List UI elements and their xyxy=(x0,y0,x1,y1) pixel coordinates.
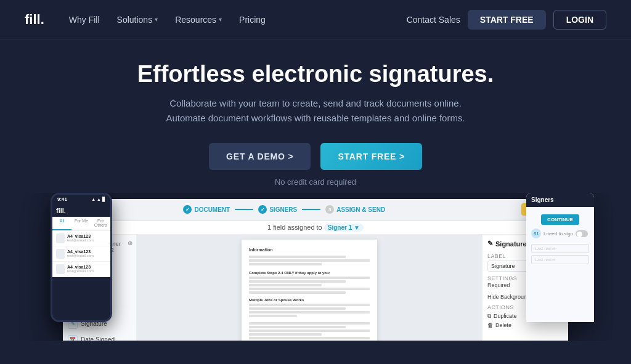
phone-app-header: fill. xyxy=(52,204,110,217)
hero-subtitle: Collaborate with your team to create, se… xyxy=(166,96,465,126)
nav-why-fill[interactable]: Why Fill xyxy=(69,15,100,25)
phone-tab-all[interactable]: All xyxy=(52,217,71,230)
nav-solutions[interactable]: Solutions ▾ xyxy=(117,15,158,25)
last-name-input-2[interactable]: Last name xyxy=(531,255,589,264)
phone-file-list: A4_visa123 test@email.com A4_visa123 tes… xyxy=(52,231,110,277)
doc-section-2: Multiple Jobs or Spouse Works xyxy=(249,297,370,302)
no-credit-card-text: No credit card required xyxy=(275,177,356,187)
doc-line xyxy=(249,330,370,332)
delete-action[interactable]: 🗑 Delete xyxy=(487,322,563,328)
doc-line xyxy=(249,333,322,336)
settings-title: ✎ Signature xyxy=(487,240,527,248)
doc-line xyxy=(249,326,346,328)
phone-list-item[interactable]: A4_visa123 test@email.com xyxy=(52,231,110,246)
signature-icon: ✎ xyxy=(487,240,493,248)
logo[interactable]: fill. xyxy=(25,12,44,28)
nav-pricing[interactable]: Pricing xyxy=(239,15,266,25)
step-document: ✓ DOCUMENT xyxy=(178,205,235,214)
browser-content: Signer 1 ▼ Signer 2 ⊕ Fields N Name @ Em… xyxy=(63,235,568,341)
doc-title: Information xyxy=(249,247,370,253)
document-area: Information Complete Steps 2-4 ONLY if t… xyxy=(137,235,482,341)
doc-line xyxy=(249,288,370,290)
chevron-down-icon: ▾ xyxy=(219,16,222,23)
signer-avatar: S1 xyxy=(531,229,541,238)
browser-steps: ✓ DOCUMENT ✓ SIGNERS 3 ASSIGN & SEND xyxy=(178,205,390,214)
hero-section: Effortless electronic signatures. Collab… xyxy=(0,39,631,187)
required-label: Required xyxy=(487,282,510,288)
continue-button[interactable]: CONTINUE xyxy=(541,214,579,225)
phone-file-info: A4_visa123 test@email.com xyxy=(67,249,107,257)
step-check-icon: ✓ xyxy=(258,205,267,214)
signer-row: S1 I need to sign xyxy=(531,229,589,239)
last-name-input-1[interactable]: Last name xyxy=(531,244,589,253)
phone-file-info: A4_visa123 test@email.com xyxy=(67,234,107,242)
sign-toggle-area xyxy=(576,230,588,237)
phone-tab-for-others[interactable]: For Others xyxy=(91,217,110,230)
step-line-1 xyxy=(235,209,253,210)
date-field-icon: 📅 xyxy=(68,335,78,341)
assigned-bar: 1 field assigned to Signer 1 ▼ xyxy=(63,221,568,235)
phone-status-bar: 9:41 ▲ ▲ ▊ xyxy=(52,195,110,204)
phone-file-icon xyxy=(56,249,65,259)
signers-panel: Signers CONTINUE S1 I need to sign Last … xyxy=(526,193,594,322)
browser-window: ◀ ✓ DOCUMENT ✓ SIGNERS 3 ASSIGN & SEND S… xyxy=(63,199,568,341)
signer-tag[interactable]: Signer 1 ▼ xyxy=(324,224,364,232)
doc-line xyxy=(249,315,297,317)
sign-note: I need to sign xyxy=(543,231,573,237)
doc-line xyxy=(249,277,370,279)
duplicate-icon: ⧉ xyxy=(487,313,491,320)
phone-tab-row: All For Me For Others xyxy=(52,217,110,231)
contact-sales-link[interactable]: Contact Sales xyxy=(407,15,460,25)
nav-right-actions: Contact Sales START FREE LOGIN xyxy=(407,10,606,30)
doc-line xyxy=(249,256,346,258)
signer-info: I need to sign xyxy=(543,229,573,239)
signers-panel-header: Signers xyxy=(526,193,594,207)
doc-line xyxy=(249,263,322,265)
start-free-nav-button[interactable]: START FREE xyxy=(468,10,546,30)
phone-list-item[interactable]: A4_visa123 test@email.com xyxy=(52,262,110,277)
hero-buttons: GET A DEMO > START FREE > xyxy=(209,143,422,170)
mockup-container: 9:41 ▲ ▲ ▊ fill. All For Me For Others A… xyxy=(0,193,631,341)
delete-icon: 🗑 xyxy=(487,322,493,328)
phone-file-icon xyxy=(56,264,65,274)
doc-line xyxy=(249,284,322,286)
phone-status-icons: ▲ ▲ ▊ xyxy=(91,197,105,202)
doc-line xyxy=(249,280,346,283)
phone-list-item[interactable]: A4_visa123 test@email.com xyxy=(52,246,110,262)
navbar: fill. Why Fill Solutions ▾ Resources ▾ P… xyxy=(0,0,631,39)
nav-links: Why Fill Solutions ▾ Resources ▾ Pricing xyxy=(69,15,266,25)
step-signers: ✓ SIGNERS xyxy=(253,205,302,214)
doc-line xyxy=(249,259,370,262)
field-date-signed[interactable]: 📅 Date Signed xyxy=(63,332,136,341)
signers-content: CONTINUE S1 I need to sign Last name Las… xyxy=(526,207,594,322)
doc-line xyxy=(249,291,346,294)
phone-time: 9:41 xyxy=(57,196,67,202)
doc-section-title: Complete Steps 2-4 ONLY if they apply to… xyxy=(249,270,370,275)
browser-toolbar: ◀ ✓ DOCUMENT ✓ SIGNERS 3 ASSIGN & SEND S… xyxy=(63,199,568,221)
step-num-icon: 3 xyxy=(325,205,334,214)
phone-file-icon xyxy=(56,233,65,243)
phone-file-info: A4_visa123 test@email.com xyxy=(67,265,107,273)
phone-tab-for-me[interactable]: For Me xyxy=(71,217,91,230)
sign-toggle[interactable] xyxy=(576,230,588,237)
step-check-icon: ✓ xyxy=(183,205,192,214)
add-signer-icon[interactable]: ⊕ xyxy=(128,240,132,254)
hero-title: Effortless electronic signatures. xyxy=(137,62,494,87)
field-date-label: Date Signed xyxy=(81,336,115,341)
doc-line xyxy=(249,337,370,339)
hide-bg-label: Hide Background xyxy=(487,294,530,300)
doc-line xyxy=(249,322,370,325)
phone-logo: fill. xyxy=(56,207,66,214)
doc-line xyxy=(249,311,370,313)
chevron-down-icon: ▾ xyxy=(155,16,158,23)
doc-line xyxy=(249,304,370,306)
step-line-2 xyxy=(302,209,320,210)
doc-line xyxy=(249,307,346,310)
login-button[interactable]: LOGIN xyxy=(553,10,606,30)
document-page: Information Complete Steps 2-4 ONLY if t… xyxy=(242,240,377,341)
nav-resources[interactable]: Resources ▾ xyxy=(175,15,222,25)
start-free-hero-button[interactable]: START FREE > xyxy=(320,143,422,170)
get-demo-button[interactable]: GET A DEMO > xyxy=(209,143,311,170)
step-assign-send: 3 ASSIGN & SEND xyxy=(320,205,390,214)
phone-mockup: 9:41 ▲ ▲ ▊ fill. All For Me For Others A… xyxy=(51,193,112,322)
